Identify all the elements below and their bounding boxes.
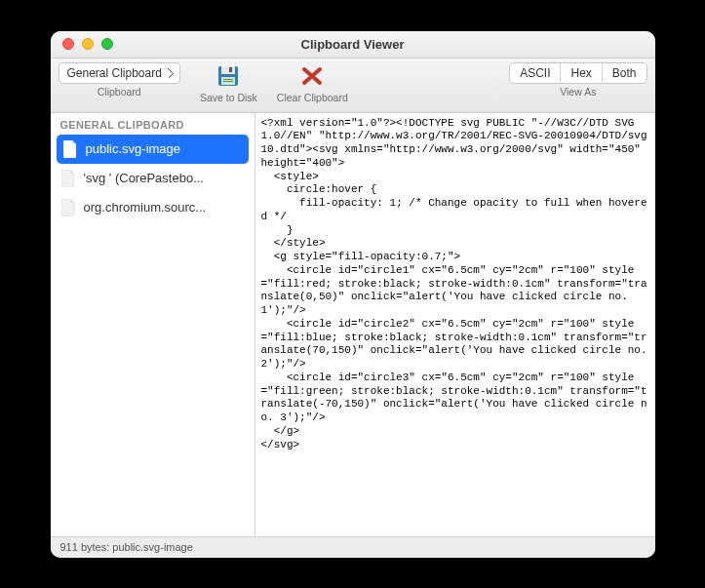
clipboard-selector-value: General Clipboard — [67, 66, 162, 80]
svg-rect-4 — [223, 79, 233, 80]
sidebar-item-label: public.svg-image — [86, 141, 181, 156]
viewas-group: ASCII Hex Both View As — [509, 62, 646, 98]
viewas-segmented-control: ASCII Hex Both — [509, 62, 646, 84]
close-window-button[interactable] — [62, 38, 74, 50]
sidebar-item-label: org.chromium.sourc... — [84, 200, 207, 215]
statusbar: 911 bytes: public.svg-image — [51, 536, 655, 558]
svg-rect-2 — [229, 67, 232, 72]
traffic-lights — [51, 38, 113, 50]
clipboard-selector-label: Clipboard — [98, 86, 141, 98]
sidebar-header: GENERAL CLIPBOARD — [51, 113, 255, 135]
zoom-window-button[interactable] — [101, 38, 113, 50]
sidebar-item[interactable]: public.svg-image — [57, 135, 249, 164]
content-view[interactable]: <?xml version="1.0"?><!DOCTYPE svg PUBLI… — [255, 113, 655, 536]
clipboard-selector-group: General Clipboard Clipboard — [59, 62, 180, 98]
body-row: GENERAL CLIPBOARD public.svg-image — [51, 113, 655, 536]
save-to-disk-group: Save to Disk — [200, 62, 257, 103]
save-to-disk-button[interactable] — [212, 62, 245, 90]
sidebar-item[interactable]: 'svg ' (CorePastebo... — [51, 164, 255, 193]
file-icon — [60, 169, 76, 188]
floppy-disk-icon — [215, 63, 241, 89]
clear-clipboard-button[interactable] — [295, 62, 329, 90]
save-to-disk-label: Save to Disk — [200, 92, 257, 103]
svg-rect-5 — [223, 81, 233, 82]
app-window: Clipboard Viewer General Clipboard Clipb… — [51, 31, 655, 558]
viewas-both-button[interactable]: Both — [603, 63, 646, 83]
minimize-window-button[interactable] — [82, 38, 94, 50]
toolbar: General Clipboard Clipboard Save to Disk — [51, 59, 655, 113]
window-title: Clipboard Viewer — [51, 37, 655, 52]
svg-rect-1 — [221, 66, 235, 74]
clear-clipboard-label: Clear Clipboard — [277, 92, 348, 103]
sidebar-item-label: 'svg ' (CorePastebo... — [84, 171, 204, 185]
viewas-ascii-button[interactable]: ASCII — [510, 63, 561, 83]
x-icon — [299, 63, 325, 89]
clear-clipboard-group: Clear Clipboard — [277, 62, 348, 103]
file-icon — [62, 139, 78, 159]
titlebar[interactable]: Clipboard Viewer — [51, 31, 655, 59]
clipboard-selector[interactable]: General Clipboard — [59, 62, 180, 84]
viewas-label: View As — [560, 86, 596, 98]
viewas-hex-button[interactable]: Hex — [561, 63, 602, 83]
sidebar: GENERAL CLIPBOARD public.svg-image — [51, 113, 255, 536]
sidebar-item[interactable]: org.chromium.sourc... — [51, 193, 255, 222]
file-icon — [60, 198, 76, 217]
status-text: 911 bytes: public.svg-image — [60, 541, 193, 553]
